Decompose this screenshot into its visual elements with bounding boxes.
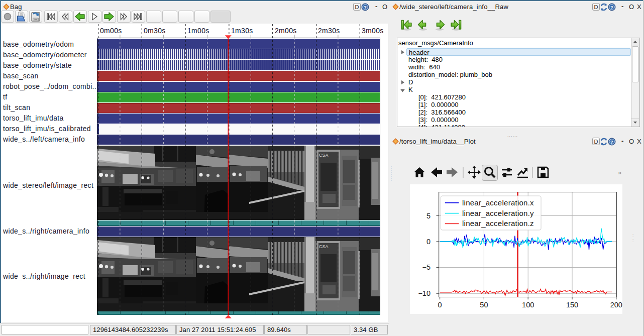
- svg-text:?: ?: [364, 5, 367, 10]
- svg-text:100: 100: [522, 301, 534, 309]
- svg-text:0: 0: [426, 238, 431, 246]
- svg-text:linear_acceleration.x: linear_acceleration.x: [462, 198, 534, 207]
- svg-text:?: ?: [610, 5, 613, 10]
- svg-text:150: 150: [566, 301, 578, 309]
- svg-text:5: 5: [426, 212, 431, 220]
- svg-text:linear_acceleration.z: linear_acceleration.z: [462, 219, 534, 228]
- svg-text:−5: −5: [422, 263, 431, 271]
- svg-text:200: 200: [610, 301, 622, 309]
- svg-text:?: ?: [610, 139, 613, 145]
- svg-text:−10: −10: [418, 289, 431, 297]
- svg-text:0: 0: [438, 301, 442, 309]
- svg-text:linear_acceleration.y: linear_acceleration.y: [462, 209, 534, 217]
- svg-text:»: »: [618, 169, 621, 176]
- svg-text:50: 50: [480, 301, 488, 309]
